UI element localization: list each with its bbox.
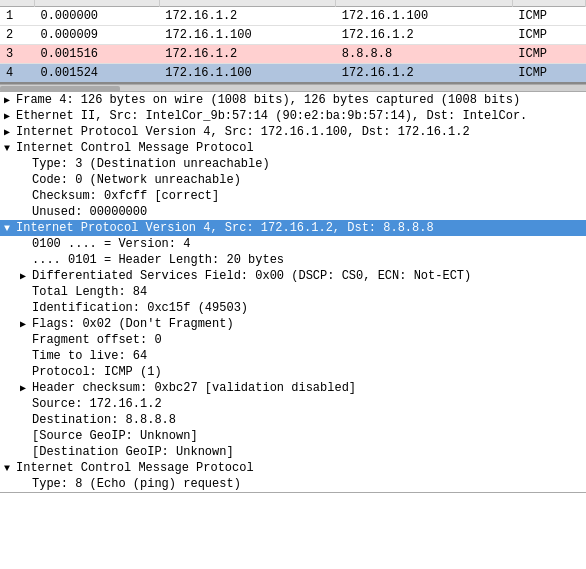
expand-icon[interactable] xyxy=(4,143,16,154)
cell-destination: 172.16.1.100 xyxy=(336,7,513,26)
detail-row-icmp-unused[interactable]: Unused: 00000000 xyxy=(0,204,586,220)
cell-no: 2 xyxy=(0,26,34,45)
cell-time: 0.001524 xyxy=(34,64,159,84)
scroll-handle[interactable] xyxy=(0,86,120,92)
detail-text: Unused: 00000000 xyxy=(32,205,147,219)
cell-protocol: ICMP xyxy=(512,26,585,45)
detail-text: Internet Control Message Protocol xyxy=(16,141,254,155)
cell-destination: 172.16.1.2 xyxy=(336,26,513,45)
detail-row-ip-dsfield[interactable]: Differentiated Services Field: 0x00 (DSC… xyxy=(0,268,586,284)
cell-time: 0.000000 xyxy=(34,7,159,26)
detail-text: Ethernet II, Src: IntelCor_9b:57:14 (90:… xyxy=(16,109,527,123)
cell-destination: 172.16.1.2 xyxy=(336,64,513,84)
detail-row-ip-id[interactable]: Identification: 0xc15f (49503) xyxy=(0,300,586,316)
detail-text: Code: 0 (Network unreachable) xyxy=(32,173,241,187)
detail-text: Fragment offset: 0 xyxy=(32,333,162,347)
detail-row-ip-dst[interactable]: Destination: 8.8.8.8 xyxy=(0,412,586,428)
detail-text: Identification: 0xc15f (49503) xyxy=(32,301,248,315)
detail-row-ip-fragoffset[interactable]: Fragment offset: 0 xyxy=(0,332,586,348)
cell-no: 3 xyxy=(0,45,34,64)
detail-text: Header checksum: 0xbc27 [validation disa… xyxy=(32,381,356,395)
detail-text: Internet Control Message Protocol xyxy=(16,461,254,475)
expand-icon[interactable] xyxy=(4,126,16,138)
detail-text: Differentiated Services Field: 0x00 (DSC… xyxy=(32,269,471,283)
detail-row-icmp-code[interactable]: Code: 0 (Network unreachable) xyxy=(0,172,586,188)
expand-icon[interactable] xyxy=(20,318,32,330)
detail-row-ip-dst-geo[interactable]: [Destination GeoIP: Unknown] xyxy=(0,444,586,460)
detail-row-ip-src-geo[interactable]: [Source GeoIP: Unknown] xyxy=(0,428,586,444)
cell-source: 172.16.1.2 xyxy=(159,45,336,64)
detail-text: Total Length: 84 xyxy=(32,285,147,299)
detail-text: [Source GeoIP: Unknown] xyxy=(32,429,198,443)
cell-time: 0.000009 xyxy=(34,26,159,45)
detail-text: Type: 3 (Destination unreachable) xyxy=(32,157,270,171)
detail-text: Internet Protocol Version 4, Src: 172.16… xyxy=(16,221,434,235)
cell-time: 0.001516 xyxy=(34,45,159,64)
detail-text: Internet Protocol Version 4, Src: 172.16… xyxy=(16,125,470,139)
cell-protocol: ICMP xyxy=(512,64,585,84)
detail-text: Frame 4: 126 bytes on wire (1008 bits), … xyxy=(16,93,520,107)
detail-row-icmp-inner[interactable]: Internet Control Message Protocol xyxy=(0,460,586,476)
detail-text: [Destination GeoIP: Unknown] xyxy=(32,445,234,459)
detail-text: Type: 8 (Echo (ping) request) xyxy=(32,477,241,491)
cell-protocol: ICMP xyxy=(512,7,585,26)
detail-row-ip-hdrlen[interactable]: .... 0101 = Header Length: 20 bytes xyxy=(0,252,586,268)
cell-no: 4 xyxy=(0,64,34,84)
table-row[interactable]: 30.001516172.16.1.28.8.8.8ICMP xyxy=(0,45,586,64)
detail-row-ip-version[interactable]: 0100 .... = Version: 4 xyxy=(0,236,586,252)
detail-row-ipv4-inner[interactable]: Internet Protocol Version 4, Src: 172.16… xyxy=(0,220,586,236)
detail-text: Flags: 0x02 (Don't Fragment) xyxy=(32,317,234,331)
expand-icon[interactable] xyxy=(4,463,16,474)
detail-row-icmp2-type[interactable]: Type: 8 (Echo (ping) request) xyxy=(0,476,586,492)
table-row[interactable]: 10.000000172.16.1.2172.16.1.100ICMP xyxy=(0,7,586,26)
detail-row-ip-flags[interactable]: Flags: 0x02 (Don't Fragment) xyxy=(0,316,586,332)
table-row[interactable]: 40.001524172.16.1.100172.16.1.2ICMP xyxy=(0,64,586,84)
expand-icon[interactable] xyxy=(20,382,32,394)
detail-row-icmp[interactable]: Internet Control Message Protocol xyxy=(0,140,586,156)
cell-source: 172.16.1.100 xyxy=(159,64,336,84)
detail-text: Protocol: ICMP (1) xyxy=(32,365,162,379)
scroll-divider xyxy=(0,84,586,92)
expand-icon[interactable] xyxy=(20,270,32,282)
table-row[interactable]: 20.000009172.16.1.100172.16.1.2ICMP xyxy=(0,26,586,45)
detail-row-ip-ttl[interactable]: Time to live: 64 xyxy=(0,348,586,364)
detail-text: Source: 172.16.1.2 xyxy=(32,397,162,411)
detail-text: 0100 .... = Version: 4 xyxy=(32,237,190,251)
detail-row-ethernet[interactable]: Ethernet II, Src: IntelCor_9b:57:14 (90:… xyxy=(0,108,586,124)
detail-row-ip-proto[interactable]: Protocol: ICMP (1) xyxy=(0,364,586,380)
packet-detail-tree: Frame 4: 126 bytes on wire (1008 bits), … xyxy=(0,92,586,493)
cell-protocol: ICMP xyxy=(512,45,585,64)
detail-text: Time to live: 64 xyxy=(32,349,147,363)
expand-icon[interactable] xyxy=(4,110,16,122)
detail-text: Destination: 8.8.8.8 xyxy=(32,413,176,427)
detail-row-ip-checksum[interactable]: Header checksum: 0xbc27 [validation disa… xyxy=(0,380,586,396)
detail-row-ipv4[interactable]: Internet Protocol Version 4, Src: 172.16… xyxy=(0,124,586,140)
detail-row-icmp-type[interactable]: Type: 3 (Destination unreachable) xyxy=(0,156,586,172)
expand-icon[interactable] xyxy=(4,223,16,234)
detail-row-icmp-checksum[interactable]: Checksum: 0xfcff [correct] xyxy=(0,188,586,204)
cell-destination: 8.8.8.8 xyxy=(336,45,513,64)
detail-row-ip-src[interactable]: Source: 172.16.1.2 xyxy=(0,396,586,412)
cell-source: 172.16.1.100 xyxy=(159,26,336,45)
packet-list-table: 10.000000172.16.1.2172.16.1.100ICMP20.00… xyxy=(0,0,586,84)
expand-icon[interactable] xyxy=(4,94,16,106)
cell-no: 1 xyxy=(0,7,34,26)
detail-text: .... 0101 = Header Length: 20 bytes xyxy=(32,253,284,267)
detail-text: Checksum: 0xfcff [correct] xyxy=(32,189,219,203)
cell-source: 172.16.1.2 xyxy=(159,7,336,26)
detail-row-ip-totlen[interactable]: Total Length: 84 xyxy=(0,284,586,300)
detail-row-frame[interactable]: Frame 4: 126 bytes on wire (1008 bits), … xyxy=(0,92,586,108)
